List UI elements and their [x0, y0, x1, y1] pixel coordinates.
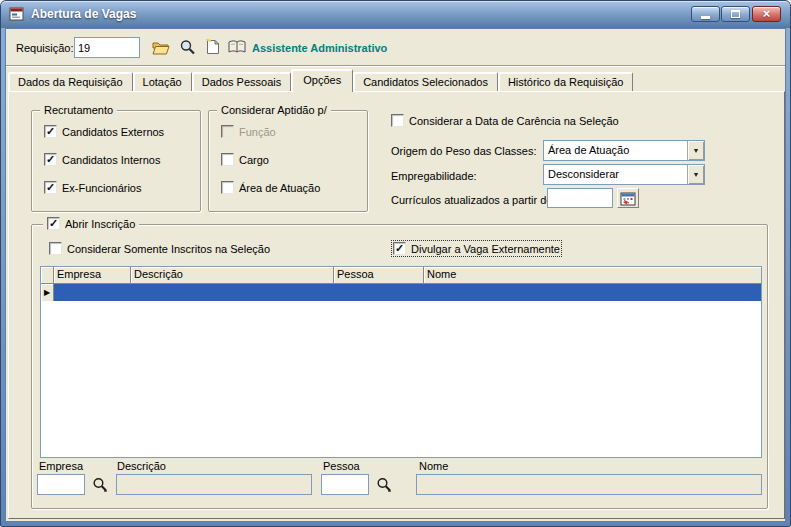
groupbox-title: Considerar Aptidão p/: [217, 104, 331, 116]
minimize-icon: [701, 16, 710, 19]
footer-descricao-input: [116, 474, 312, 495]
new-document-icon: [206, 39, 220, 55]
chevron-down-icon[interactable]: ▼: [687, 165, 704, 184]
tab-label: Candidatos Selecionados: [363, 76, 488, 88]
row-indicator-cell: ▶: [41, 284, 54, 301]
tab-label: Dados Pessoais: [202, 76, 282, 88]
footer-empresa-label: Empresa: [39, 460, 83, 472]
grid-column-header-nome[interactable]: Nome: [424, 267, 761, 284]
grid-column-header-descricao[interactable]: Descrição: [131, 267, 334, 284]
checkbox-box: [391, 114, 404, 127]
search-icon: [376, 477, 392, 493]
new-document-button[interactable]: [202, 37, 224, 57]
curriculos-date-input[interactable]: [547, 188, 613, 208]
row-indicator-icon: ▶: [44, 289, 50, 297]
calendar-button[interactable]: [617, 188, 639, 208]
search-icon: [179, 39, 196, 55]
check-icon: ✓: [46, 154, 55, 165]
book-icon: [228, 40, 246, 54]
tab-label: Histórico da Requisição: [508, 76, 624, 88]
groupbox-title: Recrutamento: [40, 104, 117, 116]
checkbox-label: Abrir Inscrição: [65, 218, 135, 230]
footer-descricao-label: Descrição: [117, 460, 166, 472]
tab-dados-pessoais[interactable]: Dados Pessoais: [192, 72, 292, 91]
checkbox-box: [221, 181, 234, 194]
footer-nome-label: Nome: [419, 460, 448, 472]
assistant-book-button[interactable]: [226, 37, 248, 57]
origem-label: Origem do Peso das Classes:: [391, 145, 537, 157]
checkbox-ex-funcionarios[interactable]: ✓ Ex-Funcionários: [44, 181, 141, 194]
toolbar-separator: [6, 65, 785, 67]
tab-lotacao[interactable]: Lotação: [133, 72, 192, 91]
open-folder-button[interactable]: [150, 37, 172, 57]
app-icon: [9, 6, 25, 22]
search-requisition-button[interactable]: [176, 37, 198, 57]
checkbox-label: Divulgar a Vaga Externamente: [411, 243, 560, 255]
origem-combobox[interactable]: Área de Atuação ▼: [543, 140, 705, 161]
checkbox-divulgar-vaga[interactable]: ✓ Divulgar a Vaga Externamente: [393, 242, 560, 255]
checkbox-label: Candidatos Externos: [62, 126, 164, 138]
footer-pessoa-input[interactable]: [321, 474, 369, 495]
checkbox-candidatos-internos[interactable]: ✓ Candidatos Internos: [44, 153, 160, 166]
checkbox-carencia[interactable]: Considerar a Data de Carência na Seleção: [391, 114, 619, 127]
checkbox-box: ✓: [47, 217, 60, 230]
maximize-button[interactable]: [721, 6, 750, 22]
tab-opcoes[interactable]: Opções: [291, 69, 353, 92]
chevron-down-icon[interactable]: ▼: [687, 141, 704, 160]
tab-label: Dados da Requisição: [18, 76, 123, 88]
empregabilidade-combobox[interactable]: Desconsiderar ▼: [543, 164, 705, 185]
curriculos-label: Currículos atualizados a partir de:: [391, 194, 555, 206]
check-icon: ✓: [46, 126, 55, 137]
checkbox-candidatos-externos[interactable]: ✓ Candidatos Externos: [44, 125, 164, 138]
vacancy-grid[interactable]: Empresa Descrição Pessoa Nome ▶: [40, 266, 762, 458]
checkbox-label: Candidatos Internos: [62, 154, 160, 166]
checkbox-box: [221, 125, 234, 138]
checkbox-somente-inscritos[interactable]: Considerar Somente Inscritos na Seleção: [49, 242, 270, 255]
tab-dados-da-requisicao[interactable]: Dados da Requisição: [8, 72, 133, 91]
assistant-position-label: Assistente Administrativo: [252, 42, 387, 54]
pessoa-search-button[interactable]: [373, 474, 395, 495]
groupbox-recrutamento: Recrutamento ✓ Candidatos Externos ✓ Can…: [31, 110, 201, 212]
tab-label: Opções: [303, 74, 341, 86]
maximize-icon: [731, 10, 740, 18]
checkbox-funcao: Função: [221, 125, 276, 138]
requisition-label: Requisição:: [16, 42, 73, 54]
checkbox-label: Área de Atuação: [239, 182, 320, 194]
footer-empresa-input[interactable]: [37, 474, 85, 495]
window-title: Abertura de Vagas: [31, 7, 136, 21]
grid-column-header-pessoa[interactable]: Pessoa: [334, 267, 424, 284]
checkbox-box: [49, 242, 62, 255]
combobox-value: Desconsiderar: [544, 165, 687, 184]
client-area: Requisição:: [5, 28, 786, 522]
tab-page-opcoes: Recrutamento ✓ Candidatos Externos ✓ Can…: [8, 91, 785, 519]
checkbox-area-de-atuacao[interactable]: Área de Atuação: [221, 181, 320, 194]
search-icon: [92, 477, 108, 493]
checkbox-label: Considerar a Data de Carência na Seleção: [409, 115, 619, 127]
tab-historico-da-requisicao[interactable]: Histórico da Requisição: [498, 72, 634, 91]
table-row[interactable]: ▶: [41, 284, 761, 301]
folder-open-icon: [152, 40, 170, 55]
titlebar[interactable]: Abertura de Vagas ×: [1, 1, 790, 28]
close-button[interactable]: ×: [752, 6, 781, 22]
footer-pessoa-label: Pessoa: [323, 460, 360, 472]
grid-indicator-header: [41, 267, 54, 284]
close-icon: ×: [763, 7, 771, 21]
calendar-icon: [620, 191, 636, 206]
tab-candidatos-selecionados[interactable]: Candidatos Selecionados: [353, 72, 498, 91]
minimize-button[interactable]: [691, 6, 720, 22]
checkbox-cargo[interactable]: Cargo: [221, 153, 269, 166]
checkbox-label: Função: [239, 126, 276, 138]
check-icon: ✓: [395, 243, 404, 254]
check-icon: ✓: [49, 218, 58, 229]
selected-row-highlight: [54, 284, 761, 301]
checkbox-abrir-inscricao[interactable]: ✓ Abrir Inscrição: [43, 217, 139, 230]
grid-column-header-empresa[interactable]: Empresa: [54, 267, 131, 284]
app-window: Abertura de Vagas × Requisição:: [0, 0, 791, 527]
combobox-value: Área de Atuação: [544, 141, 687, 160]
checkbox-box: ✓: [44, 153, 57, 166]
empresa-search-button[interactable]: [89, 474, 111, 495]
requisition-input[interactable]: [74, 37, 140, 58]
checkbox-box: ✓: [44, 125, 57, 138]
check-icon: ✓: [46, 182, 55, 193]
footer-nome-input: [416, 474, 762, 495]
